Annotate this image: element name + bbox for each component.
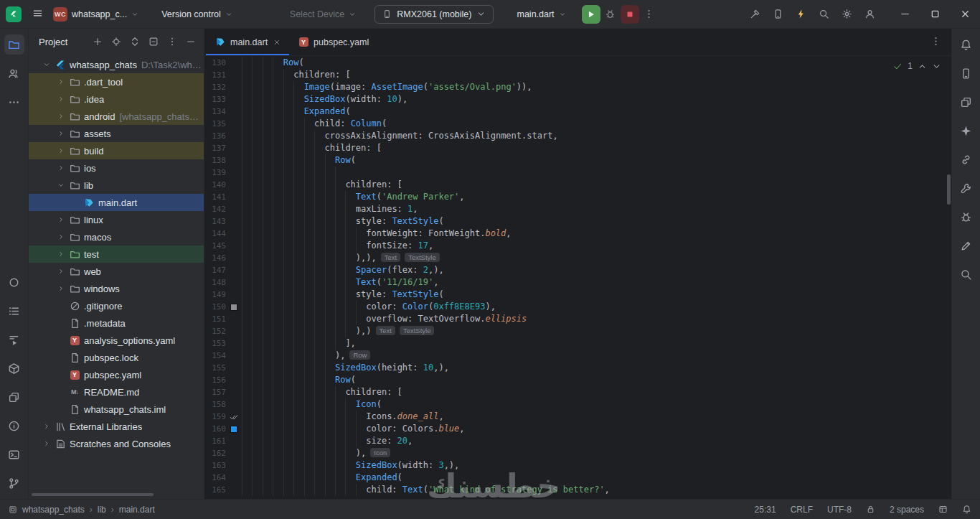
device-manager-button[interactable] xyxy=(768,4,788,24)
project-item-assets[interactable]: assets xyxy=(29,125,204,142)
project-item-ios[interactable]: ios xyxy=(29,159,204,177)
tool-problems-button[interactable] xyxy=(4,416,24,436)
breadcrumb-project[interactable]: whatsapp_chats xyxy=(22,505,85,515)
code-line[interactable]: 164Expanded( xyxy=(204,472,951,484)
add-button[interactable] xyxy=(89,33,106,50)
layout-icon[interactable] xyxy=(938,505,948,514)
locate-file-button[interactable] xyxy=(108,33,125,50)
code-line[interactable]: 147Spacer(flex: 2,), xyxy=(204,264,951,276)
code-line[interactable]: 136crossAxisAlignment: CrossAxisAlignmen… xyxy=(204,130,951,142)
tool-more-tool-windows-button[interactable] xyxy=(4,92,24,112)
code-line[interactable]: 157children: [ xyxy=(204,386,951,398)
tool-layout-inspector-button[interactable] xyxy=(956,178,976,198)
code-line[interactable]: 154),Row xyxy=(204,350,951,362)
stop-button[interactable] xyxy=(621,5,639,24)
tool-device-manager-button[interactable] xyxy=(956,63,976,83)
code-line[interactable]: 131children: [ xyxy=(204,69,951,81)
code-line[interactable]: 153], xyxy=(204,337,951,350)
project-item-test[interactable]: test xyxy=(29,246,204,263)
code-line[interactable]: 155SizedBox(height: 10,), xyxy=(204,362,951,374)
tool-packages-button[interactable] xyxy=(4,358,24,378)
project-item-external-libraries[interactable]: External Libraries xyxy=(29,418,204,435)
account-button[interactable] xyxy=(859,4,880,24)
code-line[interactable]: 133SizedBox(width: 10), xyxy=(204,93,951,106)
project-item-idea[interactable]: .idea xyxy=(29,90,204,108)
project-item-pubspec-lock[interactable]: pubspec.lock xyxy=(29,349,204,366)
run-button[interactable] xyxy=(582,5,600,24)
tool-app-inspection-button[interactable] xyxy=(4,387,24,407)
chevron-right-icon[interactable] xyxy=(55,95,67,103)
project-item-linux[interactable]: linux xyxy=(29,211,204,228)
code-line[interactable]: 142maxLines: 1, xyxy=(204,203,951,215)
tool-profiler-button[interactable] xyxy=(956,264,976,284)
code-line[interactable]: 137children: [ xyxy=(204,142,951,154)
inspections-widget[interactable]: 1 xyxy=(893,61,941,71)
code-line[interactable]: 140children: [ xyxy=(204,179,951,191)
project-item-scratches-and-consoles[interactable]: Scratches and Consoles xyxy=(29,435,204,452)
chevron-right-icon[interactable] xyxy=(55,78,67,85)
search-everywhere-button[interactable] xyxy=(814,4,834,24)
settings-button[interactable] xyxy=(837,4,857,24)
color-swatch[interactable] xyxy=(231,304,237,310)
chevron-down-icon[interactable] xyxy=(55,182,67,189)
run-config-selector[interactable]: main.dart xyxy=(507,4,571,24)
device-category-selector[interactable]: Select Device xyxy=(284,4,362,24)
chevron-right-icon[interactable] xyxy=(55,164,67,172)
collapse-all-button[interactable] xyxy=(145,33,162,50)
code-line[interactable]: 159Icons.done_all, xyxy=(204,411,951,423)
build-button[interactable] xyxy=(745,4,765,24)
chevron-right-icon[interactable] xyxy=(55,130,67,137)
breadcrumb-lib[interactable]: lib xyxy=(98,505,106,515)
tool-logcat-button[interactable] xyxy=(956,235,976,256)
code-line[interactable]: 132Image(image: AssetImage('assets/Oval.… xyxy=(204,81,951,93)
code-line[interactable]: 148Text('11/16/19', xyxy=(204,276,951,289)
code-line[interactable]: 134Expanded( xyxy=(204,106,951,118)
code-line[interactable]: 160color: Colors.blue, xyxy=(204,423,951,435)
debug-button[interactable] xyxy=(600,4,621,24)
tool-pull-requests-button[interactable] xyxy=(4,63,24,83)
project-item-gitignore[interactable]: .gitignore xyxy=(29,297,204,314)
expand-all-button[interactable] xyxy=(126,33,143,50)
previous-problem-icon[interactable] xyxy=(918,62,927,71)
code-line[interactable]: 135child: Column( xyxy=(204,118,951,130)
window-minimize-button[interactable] xyxy=(890,0,920,29)
tool-terminal-button[interactable] xyxy=(4,444,24,464)
project-item-readme-md[interactable]: M↓README.md xyxy=(29,383,204,401)
chevron-right-icon[interactable] xyxy=(55,147,67,154)
code-line[interactable]: 158Icon( xyxy=(204,398,951,411)
code-line[interactable]: 163SizedBox(width: 3,), xyxy=(204,459,951,472)
project-item-macos[interactable]: macos xyxy=(29,228,204,246)
close-tab-icon[interactable] xyxy=(273,39,281,46)
code-editor[interactable]: 1 130Row(131children: [132Image(image: A… xyxy=(204,56,951,499)
editor-scrollbar[interactable] xyxy=(947,174,951,205)
indent-info[interactable]: 2 spaces xyxy=(890,505,924,515)
tool-app-links-assistant-button[interactable] xyxy=(956,149,976,169)
main-menu-button[interactable] xyxy=(27,4,47,24)
project-item-whatsapp-chats[interactable]: whatsapp_chatsD:\Task2\whatsapp_chats xyxy=(29,56,204,73)
window-close-button[interactable] xyxy=(950,0,980,29)
code-line[interactable]: 156Row( xyxy=(204,374,951,386)
tool-services-button[interactable] xyxy=(4,272,24,292)
project-item-web[interactable]: web xyxy=(29,263,204,280)
project-item-analysis-options-yaml[interactable]: Yanalysis_options.yaml xyxy=(29,332,204,349)
chevron-down-icon[interactable] xyxy=(40,61,53,68)
breadcrumb-file[interactable]: main.dart xyxy=(119,505,155,515)
tab-options-button[interactable] xyxy=(920,36,951,49)
project-item-pubspec-yaml[interactable]: Ypubspec.yaml xyxy=(29,366,204,383)
tool-version-control-button[interactable] xyxy=(4,473,24,493)
hide-panel-button[interactable] xyxy=(182,33,199,50)
code-line[interactable]: 145fontSize: 17, xyxy=(204,240,951,252)
chevron-right-icon[interactable] xyxy=(55,268,67,275)
code-line[interactable]: 130Row( xyxy=(204,57,951,69)
more-actions-button[interactable] xyxy=(639,4,659,24)
project-item-android[interactable]: android[whatsapp_chats_android] xyxy=(29,108,204,125)
project-item-dart-tool[interactable]: .dart_tool xyxy=(29,73,204,90)
code-line[interactable]: 150color: Color(0xff8E8E93), xyxy=(204,301,951,313)
device-selector[interactable]: RMX2061 (mobile) xyxy=(374,5,494,24)
code-line[interactable]: 165child: Text('What kind of strategy is… xyxy=(204,484,951,496)
tab-main-dart[interactable]: main.dart xyxy=(206,29,289,55)
chevron-right-icon[interactable] xyxy=(55,216,67,223)
code-line[interactable]: 146),),TextTextStyle xyxy=(204,252,951,264)
code-line[interactable]: 162),Icon xyxy=(204,447,951,459)
profiler-button[interactable] xyxy=(791,4,811,24)
